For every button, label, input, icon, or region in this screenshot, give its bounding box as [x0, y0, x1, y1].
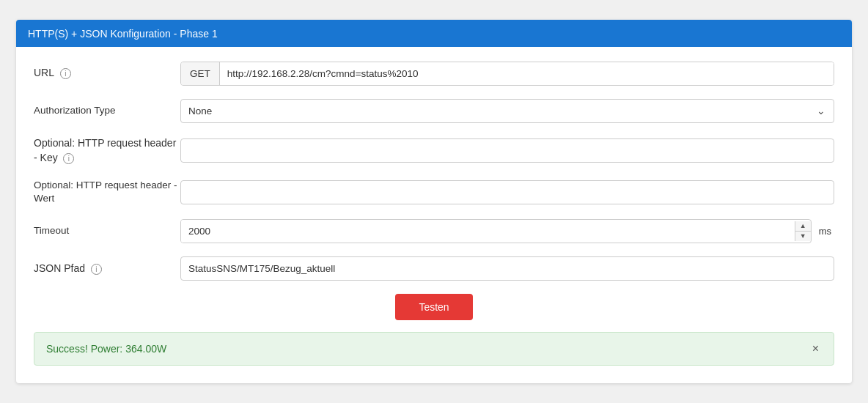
card-title: HTTP(S) + JSON Konfiguration - Phase 1 [28, 28, 218, 40]
timeout-spinner-down[interactable]: ▼ [795, 232, 811, 241]
url-method: GET [181, 62, 220, 85]
url-input-group: GET [180, 62, 834, 86]
success-close-button[interactable]: × [809, 343, 822, 355]
header-wert-label: Optional: HTTP request header - Wert [34, 179, 180, 207]
auth-type-label: Authorization Type [34, 104, 180, 118]
testen-row: Testen [34, 294, 834, 320]
timeout-label: Timeout [34, 224, 180, 238]
header-key-info-icon[interactable]: i [63, 153, 74, 164]
json-pfad-row: JSON Pfad i [34, 256, 834, 281]
json-pfad-label: JSON Pfad i [34, 262, 180, 276]
timeout-spinner-up[interactable]: ▲ [795, 221, 811, 231]
success-message: Success! Power: 364.00W [46, 343, 166, 355]
header-wert-input[interactable] [180, 180, 834, 204]
auth-type-row: Authorization Type None Basic Auth Beare… [34, 99, 834, 123]
timeout-unit: ms [816, 226, 834, 237]
timeout-row: Timeout ▲ ▼ ms [34, 219, 834, 243]
json-pfad-info-icon[interactable]: i [91, 264, 102, 275]
header-key-label: Optional: HTTP request header - Key i [34, 136, 180, 166]
success-banner: Success! Power: 364.00W × [34, 332, 834, 366]
timeout-wrapper: ▲ ▼ [180, 219, 812, 243]
header-key-input[interactable] [180, 138, 834, 163]
header-key-row: Optional: HTTP request header - Key i [34, 136, 834, 166]
testen-button[interactable]: Testen [395, 294, 472, 320]
configuration-card: HTTP(S) + JSON Konfiguration - Phase 1 U… [16, 20, 852, 384]
url-info-icon[interactable]: i [60, 68, 71, 79]
timeout-spinners: ▲ ▼ [795, 221, 811, 241]
timeout-input[interactable] [181, 220, 795, 243]
url-label: URL i [34, 66, 180, 81]
card-header: HTTP(S) + JSON Konfiguration - Phase 1 [16, 20, 852, 47]
timeout-input-group: ▲ ▼ ms [180, 219, 834, 243]
auth-type-select[interactable]: None Basic Auth Bearer Token [180, 99, 834, 123]
url-row: URL i GET [34, 62, 834, 86]
card-body: URL i GET Authorization Type None Basic … [16, 47, 852, 384]
url-input[interactable] [220, 62, 834, 85]
auth-type-select-wrapper: None Basic Auth Bearer Token ⌄ [180, 99, 834, 123]
json-pfad-input[interactable] [180, 256, 834, 281]
header-wert-row: Optional: HTTP request header - Wert [34, 179, 834, 207]
